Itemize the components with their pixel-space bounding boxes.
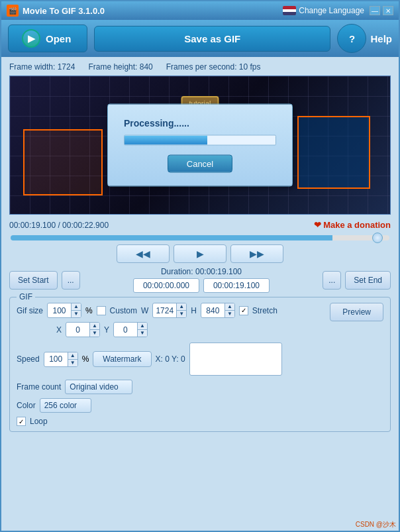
width-up[interactable]: ▲ [177,303,186,311]
speed-down[interactable]: ▼ [68,360,77,366]
video-area: tutorial Processing...... Cancel [9,76,391,215]
speed-arrows: ▲ ▼ [68,352,77,366]
x-up[interactable]: ▲ [90,323,99,330]
speed-up[interactable]: ▲ [68,352,77,360]
y-down[interactable]: ▼ [138,330,147,337]
time-row: 00:00:19.100 / 00:00:22.900 ❤ Make a don… [9,219,391,231]
play-icon: ▶ [22,29,40,48]
lang-label: Change Language [299,6,364,15]
width-arrows: ▲ ▼ [176,303,186,317]
flag-icon [283,6,296,15]
height-arrows: ▲ ▼ [225,303,234,317]
slider-row [9,235,391,240]
gif-size-spinner: 100 ▲ ▼ [47,303,81,318]
height-spinner: 840 ▲ ▼ [201,303,235,318]
gif-section: GIF Gif size 100 ▲ ▼ % [9,297,391,432]
cancel-button[interactable]: Cancel [168,155,232,173]
forward-button[interactable]: ▶▶ [230,244,283,263]
app-icon: 🎬 [7,5,19,17]
frame-width: Frame width: 1724 [9,62,75,72]
timeline-slider[interactable] [11,235,389,240]
set-start-button[interactable]: Set Start [9,271,58,290]
minimize-button[interactable]: — [370,6,380,15]
y-spinner: 0 ▲ ▼ [113,322,148,337]
gif-size-value: 100 [48,305,71,317]
toolbar: ▶ Open Save as GIF ? Help [1,20,399,57]
play-button[interactable]: ▶ [174,244,226,263]
save-label: Save as GIF [184,33,240,44]
y-label: Y [104,325,109,335]
xy-row: X 0 ▲ ▼ Y 0 ▲ [17,322,277,337]
app-window: 🎬 Movie To GIF 3.1.0.0 Change Language —… [0,0,400,532]
color-row: Color 256 color [17,398,383,413]
color-label: Color [17,401,36,410]
save-gif-button[interactable]: Save as GIF [94,26,330,52]
width-value: 1724 [153,305,176,317]
processing-dialog: Processing...... Cancel [107,104,293,187]
help-label: Help [370,33,392,44]
help-wrapper: ? Help [337,24,392,53]
speed-value: 100 [44,353,68,365]
gif-size-down[interactable]: ▼ [72,311,81,317]
frame-fps: Frames per second: 10 fps [166,62,261,72]
frame-info: Frame width: 1724 Frame height: 840 Fram… [9,62,391,72]
x-arrows: ▲ ▼ [89,323,99,337]
video-box-2 [297,116,370,189]
watermark-pos: X: 0 Y: 0 [156,354,185,364]
y-value: 0 [114,324,137,336]
rewind-button[interactable]: ◀◀ [117,244,170,263]
main-content: Frame width: 1724 Frame height: 840 Fram… [1,57,399,519]
color-select[interactable]: 256 color [40,398,91,413]
playback-controls: ◀◀ ▶ ▶▶ [9,244,391,263]
preview-button[interactable]: Preview [330,303,383,321]
watermark-button[interactable]: Watermark [93,351,151,367]
frame-count-label: Frame count [17,382,61,392]
loop-checkbox[interactable]: ✓ [17,417,26,426]
gif-top-row: Gif size 100 ▲ ▼ % Custom W [17,303,383,337]
donation-text: ❤ Make a donation [314,220,391,230]
gif-size-up[interactable]: ▲ [72,303,81,311]
height-value: 840 [201,305,225,317]
set-end-button[interactable]: Set End [345,271,391,290]
width-spinner: 1724 ▲ ▼ [152,303,187,318]
height-down[interactable]: ▼ [225,311,234,317]
y-up[interactable]: ▲ [138,323,147,330]
title-bar-right: Change Language — ✕ [283,6,393,15]
watermark-box [189,343,282,376]
frame-count-row: Frame count Original video [17,380,383,394]
gif-size-row: Gif size 100 ▲ ▼ % Custom W [17,303,277,318]
duration-center: Duration: 00:00:19.100 [84,267,319,293]
h-label: H [191,306,197,315]
open-label: Open [46,33,71,44]
close-button[interactable]: ✕ [383,6,393,15]
duration-section: Set Start ... Duration: 00:00:19.100 ...… [9,267,391,293]
start-dots-button[interactable]: ... [62,271,80,290]
stretch-label: Stretch [252,306,277,315]
height-up[interactable]: ▲ [225,303,234,311]
w-label: W [141,306,148,315]
gif-size-arrows: ▲ ▼ [71,303,81,317]
end-dots-button[interactable]: ... [323,271,341,290]
csdn-watermark: CSDN @沙木 [356,520,396,529]
slider-thumb [372,233,383,243]
x-value: 0 [66,324,89,336]
start-time-input[interactable] [133,278,199,293]
video-box-1 [23,129,103,195]
gif-size-label: Gif size [17,306,43,315]
help-button[interactable]: ? [337,24,366,53]
gif-size-percent: % [85,306,93,315]
change-language-button[interactable]: Change Language [283,6,364,15]
speed-label: Speed [17,354,40,364]
frame-height: Frame height: 840 [88,62,152,72]
open-button[interactable]: ▶ Open [8,25,87,52]
width-down[interactable]: ▼ [177,311,186,317]
x-down[interactable]: ▼ [90,330,99,337]
x-spinner: 0 ▲ ▼ [66,322,100,337]
custom-checkbox[interactable] [97,306,106,315]
title-bar: 🎬 Movie To GIF 3.1.0.0 Change Language —… [1,1,399,20]
frame-count-select[interactable]: Original video [65,380,132,394]
end-time-input[interactable] [203,278,270,293]
gif-controls: Gif size 100 ▲ ▼ % Custom W [17,303,277,337]
stretch-checkbox[interactable]: ✓ [239,306,248,315]
progress-bar-background [124,135,276,146]
